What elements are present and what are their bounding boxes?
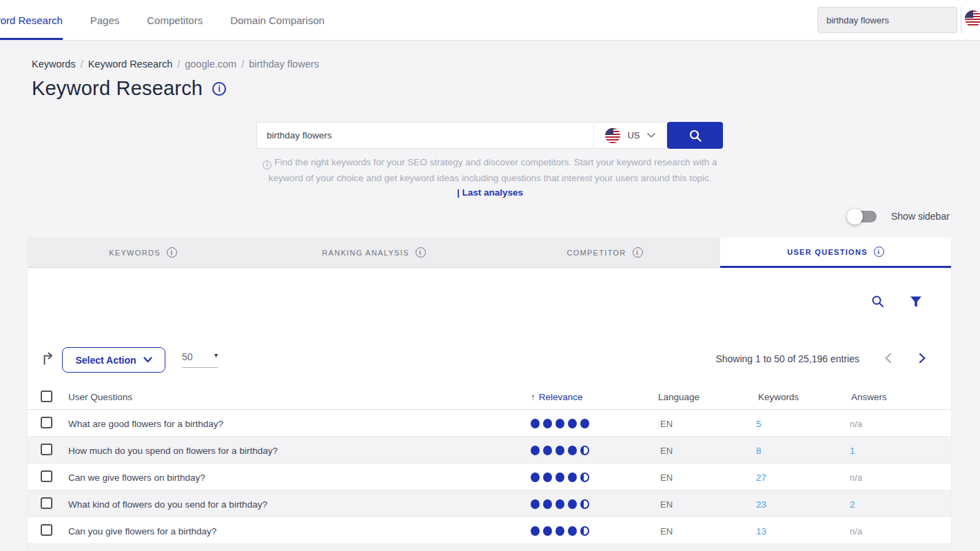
info-icon[interactable] — [167, 247, 177, 258]
relevance-dot-filled — [555, 419, 564, 428]
breadcrumb-domain[interactable]: google.com — [185, 59, 236, 70]
tab-label: KEYWORDS — [109, 249, 161, 257]
tab-user-questions[interactable]: USER QUESTIONS — [720, 238, 951, 268]
last-analyses-row: | Last analyses — [0, 186, 980, 198]
nav-item-competitors[interactable]: Competitors — [147, 0, 203, 40]
topnav-search-input[interactable] — [818, 15, 957, 25]
nav-item-label: Keyword Research — [0, 14, 63, 26]
select-action-button[interactable]: Select Action — [62, 347, 165, 373]
relevance-dots — [531, 446, 589, 455]
topnav-search-box — [817, 7, 957, 33]
caret-down-icon — [214, 351, 218, 359]
search-button[interactable] — [667, 122, 723, 149]
nav-item-label: Pages — [90, 14, 120, 26]
tab-keywords[interactable]: KEYWORDS — [28, 238, 258, 268]
relevance-dot-filled — [555, 526, 564, 536]
keywords-count-link[interactable]: 23 — [756, 499, 766, 510]
keywords-count-link[interactable]: 8 — [756, 446, 762, 456]
keywords-count-link[interactable]: 5 — [756, 419, 762, 429]
select-action-label: Select Action — [75, 355, 136, 366]
language-value: EN — [660, 446, 673, 456]
relevance-dot-filled — [568, 446, 577, 455]
info-icon[interactable] — [416, 247, 426, 258]
us-flag-icon[interactable] — [965, 10, 980, 27]
question-text[interactable]: How much do you spend on flowers for a b… — [68, 446, 278, 456]
topnav-right-group — [817, 0, 980, 40]
breadcrumb-separator: / — [241, 59, 244, 70]
breadcrumb-separator: / — [177, 59, 180, 70]
table-row: How much do you spend on flowers for a b… — [28, 437, 951, 464]
info-icon[interactable] — [212, 82, 226, 96]
nav-item-keyword-research[interactable]: Keyword Research — [0, 0, 63, 40]
nav-item-pages[interactable]: Pages — [90, 0, 120, 40]
next-page-button[interactable] — [919, 353, 926, 364]
breadcrumb-keyword-research[interactable]: Keyword Research — [88, 59, 173, 70]
row-checkbox[interactable] — [41, 417, 52, 428]
divider — [961, 7, 961, 33]
result-tabs: KEYWORDS RANKING ANALYSIS COMPETITOR USE… — [28, 238, 951, 268]
relevance-dots — [531, 472, 589, 482]
relevance-dot-partial — [580, 472, 589, 482]
relevance-dots — [531, 499, 589, 509]
question-text[interactable]: Can you give flowers for a birthday? — [68, 526, 216, 537]
export-icon[interactable] — [41, 351, 56, 366]
info-icon — [263, 160, 272, 169]
answers-count-link[interactable]: 2 — [850, 499, 855, 510]
us-flag-icon — [605, 128, 620, 143]
previous-page-button[interactable] — [884, 353, 892, 364]
info-icon[interactable] — [874, 247, 884, 257]
relevance-dot-filled — [568, 499, 577, 509]
header-relevance[interactable]: Relevance — [531, 392, 583, 402]
breadcrumb-keywords[interactable]: Keywords — [32, 59, 76, 70]
table-search-icon[interactable] — [871, 295, 885, 309]
country-select[interactable]: US — [593, 122, 667, 149]
relevance-dot-filled — [531, 446, 540, 455]
page-size-select[interactable]: 50 — [182, 351, 218, 368]
top-nav-items: Keyword Research Pages Competitors Domai… — [0, 0, 325, 40]
keywords-count-link[interactable]: 27 — [756, 472, 766, 483]
answers-na: n/a — [850, 419, 862, 429]
keywords-count-link[interactable]: 13 — [756, 526, 766, 537]
last-analyses-link[interactable]: | Last analyses — [457, 187, 523, 198]
header-language: Language — [658, 392, 700, 402]
filter-icon[interactable] — [910, 296, 922, 308]
header-user-questions: User Questions — [68, 392, 132, 402]
pagination-status: Showing 1 to 50 of 25,196 entries — [715, 353, 859, 364]
keyword-input-wrap — [256, 122, 593, 149]
question-text[interactable]: What are good flowers for a birthday? — [68, 419, 223, 429]
tab-label: RANKING ANALYSIS — [322, 249, 409, 257]
relevance-dot-filled — [543, 446, 552, 455]
select-all-checkbox[interactable] — [41, 391, 52, 402]
table-body: What are good flowers for a birthday?EN5… — [28, 410, 951, 544]
show-sidebar-toggle[interactable] — [849, 211, 877, 222]
info-icon[interactable] — [633, 247, 643, 258]
relevance-dot-filled — [555, 472, 564, 482]
results-panel: KEYWORDS RANKING ANALYSIS COMPETITOR USE… — [28, 238, 951, 551]
tab-competitor[interactable]: COMPETITOR — [489, 238, 720, 268]
nav-item-domain-comparison[interactable]: Domain Comparison — [230, 0, 325, 40]
nav-item-label: Competitors — [147, 14, 203, 26]
answers-count-link[interactable]: 1 — [850, 446, 855, 456]
table-tools — [871, 295, 922, 309]
search-icon — [688, 129, 702, 143]
keyword-search-input[interactable] — [257, 130, 593, 141]
next-row-edge — [28, 544, 951, 551]
row-checkbox[interactable] — [41, 524, 52, 536]
row-checkbox[interactable] — [41, 470, 52, 482]
relevance-dots — [531, 526, 589, 536]
row-checkbox[interactable] — [41, 497, 52, 509]
breadcrumb-keyword[interactable]: birthday flowers — [249, 59, 319, 70]
relevance-dot-filled — [580, 419, 589, 428]
relevance-dots — [531, 419, 589, 428]
row-checkbox[interactable] — [41, 444, 52, 455]
language-value: EN — [660, 526, 673, 537]
header-answers: Answers — [851, 392, 887, 402]
relevance-dot-filled — [531, 419, 540, 428]
relevance-dot-partial — [580, 499, 589, 509]
chevron-down-icon — [143, 357, 152, 363]
page-title-row: Keyword Research — [32, 77, 226, 100]
relevance-dot-filled — [543, 419, 552, 428]
question-text[interactable]: Can we give flowers on birthday? — [68, 472, 205, 483]
question-text[interactable]: What kind of flowers do you send for a b… — [68, 499, 267, 510]
tab-ranking-analysis[interactable]: RANKING ANALYSIS — [258, 238, 489, 268]
